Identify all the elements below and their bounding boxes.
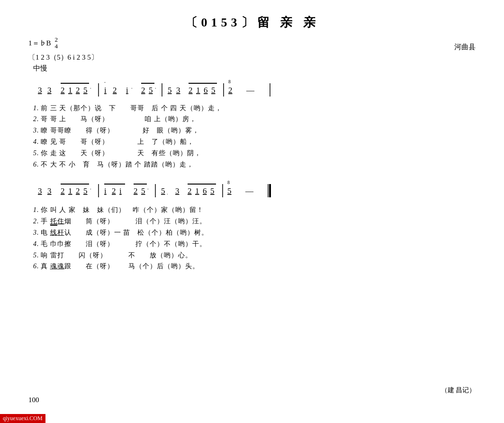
- svg-text:2: 2: [61, 186, 65, 195]
- svg-text:5: 5: [211, 86, 216, 95]
- svg-text:2: 2: [112, 186, 116, 195]
- svg-text:3: 3: [47, 186, 52, 195]
- page: 〔0153〕留 亲 亲 1＝♭B 2 4 河曲县 〔1 2 3（5）6 i 2 …: [0, 0, 504, 423]
- svg-text:·: ·: [90, 85, 91, 91]
- svg-text:2: 2: [228, 86, 233, 95]
- svg-text:—: —: [245, 186, 254, 195]
- lyric-row-1-5: 5.你 走 这 天（呀） 天 有些（哟）阴，: [33, 148, 476, 159]
- svg-text:2: 2: [113, 86, 117, 95]
- svg-text:3: 3: [38, 186, 42, 195]
- svg-text:1: 1: [68, 86, 72, 95]
- svg-text:i: i: [104, 186, 107, 195]
- svg-text:2: 2: [189, 86, 193, 95]
- lyric-row-1-1: 1.前 三 天（那个）说 下 哥哥 后 个 四 天（哟）走，: [33, 103, 476, 114]
- svg-text:8: 8: [227, 180, 230, 185]
- svg-text:3: 3: [176, 86, 180, 95]
- lyric-row-2-5: 5.响 雷打 闪（呀） 不 放（哟）心。: [33, 250, 476, 261]
- svg-text:6: 6: [204, 86, 208, 95]
- lyrics-section-2: 1.你 叫 人 家 妹 妹（们） 咋（个）家（哟）留！ 2.手 托住烟 筒（呀）…: [33, 204, 476, 272]
- intro-notes: 〔1 2 3（5）6 i 2 3 5〕: [28, 53, 476, 62]
- svg-text:1: 1: [195, 186, 199, 195]
- svg-text:5: 5: [227, 186, 232, 195]
- svg-text:2: 2: [76, 186, 80, 195]
- svg-text:5: 5: [210, 186, 215, 195]
- svg-text:·: ·: [131, 85, 133, 91]
- svg-text:—: —: [246, 86, 255, 95]
- svg-text:6: 6: [203, 186, 207, 195]
- lyric-row-2-6: 6.真 魂魂跟 在（呀） 马（个）后（哟）头。: [33, 261, 476, 272]
- svg-text:5: 5: [141, 186, 145, 195]
- time-signature: 2 4: [55, 36, 58, 50]
- svg-text:i: i: [104, 86, 107, 95]
- svg-text:3: 3: [175, 186, 180, 195]
- region-label: 河曲县: [454, 43, 476, 52]
- svg-text:1: 1: [196, 86, 200, 95]
- lyric-row-2-1: 1.你 叫 人 家 妹 妹（们） 咋（个）家（哟）留！: [33, 204, 476, 216]
- svg-text:2: 2: [76, 86, 80, 95]
- watermark: qiyuexuexi.COM: [0, 414, 45, 423]
- svg-text:2: 2: [141, 86, 145, 95]
- notation-section-2: 3 3 2 1 2 5 · i 2 i 2 5 · 5 . 3 2 1 6 5: [33, 177, 478, 203]
- lyric-row-2-2: 2.手 托住烟 筒（呀） 泪（个）汪（哟）汪。: [33, 216, 476, 227]
- lyric-row-1-4: 4.瞭 见 哥 哥（呀） 上 了（哟）船，: [33, 136, 476, 148]
- tempo-marking: 中慢: [33, 64, 476, 73]
- lyric-row-1-3: 3.瞭 哥哥瞭 得（呀） 好 眼（哟）雾，: [33, 125, 476, 136]
- svg-text:·: ·: [155, 85, 156, 91]
- svg-text:1: 1: [68, 186, 72, 195]
- svg-text:3: 3: [38, 86, 42, 95]
- svg-text:5: 5: [149, 86, 153, 95]
- svg-text:i: i: [119, 186, 122, 195]
- lyric-row-2-4: 4.毛 巾巾擦 泪（呀） 拧（个）不（哟）干。: [33, 238, 476, 250]
- svg-text:5: 5: [83, 86, 88, 95]
- lyric-row-1-6: 6.不 大 不 小 育 马（呀）踏 个 踏踏（哟）走，: [33, 159, 476, 170]
- svg-text:·: ·: [104, 79, 106, 86]
- svg-text:·: ·: [147, 186, 149, 192]
- page-title: 〔0153〕留 亲 亲: [28, 14, 476, 31]
- svg-text:2: 2: [188, 186, 192, 195]
- svg-text:i: i: [126, 86, 128, 95]
- notation-section-1: 3 3 2 1 2 5 · i · 2 i · 2 5 · 5 3 2 1: [33, 77, 478, 103]
- svg-text:3: 3: [47, 86, 52, 95]
- lyrics-section-1: 1.前 三 天（那个）说 下 哥哥 后 个 四 天（哟）走， 2.哥 哥 上 马…: [33, 103, 476, 170]
- svg-text:5: 5: [168, 86, 172, 95]
- svg-text:5: 5: [161, 186, 165, 195]
- svg-text:2: 2: [61, 86, 65, 95]
- key-signature: 1＝♭B: [28, 39, 51, 48]
- lyric-row-2-3: 3.电 线杆认 成（呀）一 苗 松（个）柏（哟）树。: [33, 227, 476, 238]
- svg-text:8: 8: [228, 79, 231, 84]
- svg-text:.: .: [167, 190, 168, 195]
- svg-text:·: ·: [90, 186, 91, 192]
- footnote: （建 昌记）: [441, 386, 476, 395]
- page-number: 100: [28, 396, 39, 404]
- lyric-row-1-2: 2.哥 哥 上 马（呀） 咱 上（哟）房，: [33, 114, 476, 125]
- svg-text:2: 2: [134, 186, 138, 195]
- svg-text:5: 5: [83, 186, 88, 195]
